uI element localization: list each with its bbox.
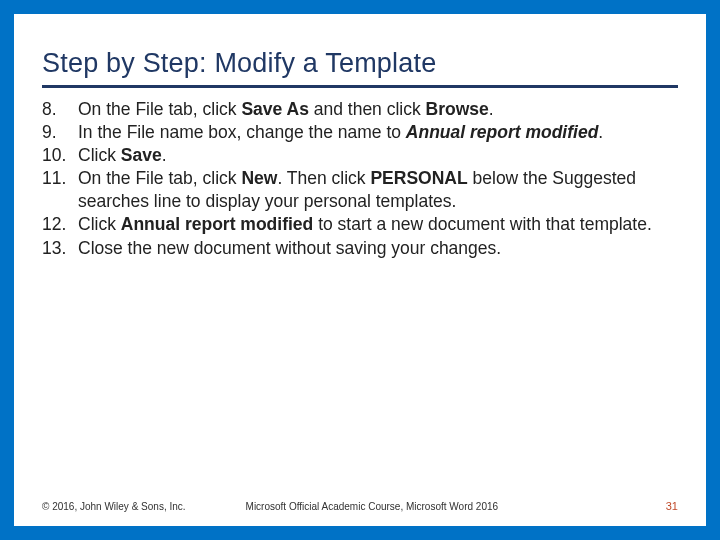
step-text-run: . — [162, 145, 167, 165]
slide-content: Step by Step: Modify a Template 8.On the… — [14, 14, 706, 260]
step-text-run: Close the new document without saving yo… — [78, 238, 501, 258]
footer-page-number: 31 — [666, 500, 678, 512]
step-text-run: Browse — [426, 99, 489, 119]
step-number: 12. — [42, 213, 70, 236]
footer: © 2016, John Wiley & Sons, Inc. Microsof… — [14, 500, 706, 512]
step-text: Close the new document without saving yo… — [78, 238, 501, 258]
step-number: 9. — [42, 121, 70, 144]
step-item: 11.On the File tab, click New. Then clic… — [42, 167, 678, 213]
step-text-run: and then click — [309, 99, 426, 119]
step-item: 9.In the File name box, change the name … — [42, 121, 678, 144]
step-text-run: Click — [78, 145, 121, 165]
footer-course: Microsoft Official Academic Course, Micr… — [246, 501, 666, 512]
step-text-run: to start a new document with that templa… — [313, 214, 652, 234]
step-text-run: PERSONAL — [370, 168, 467, 188]
step-text-run: Save As — [241, 99, 308, 119]
footer-copyright: © 2016, John Wiley & Sons, Inc. — [42, 501, 186, 512]
step-text-run: Click — [78, 214, 121, 234]
step-text: On the File tab, click Save As and then … — [78, 99, 494, 119]
step-text-run: . Then click — [277, 168, 370, 188]
step-text: Click Save. — [78, 145, 167, 165]
step-number: 11. — [42, 167, 70, 190]
step-text-run: . — [489, 99, 494, 119]
step-text-run: On the File tab, click — [78, 99, 241, 119]
step-number: 13. — [42, 237, 70, 260]
step-number: 10. — [42, 144, 70, 167]
step-text-run: Annual report modified — [406, 122, 599, 142]
step-item: 12.Click Annual report modified to start… — [42, 213, 678, 236]
step-text-run: Annual report modified — [121, 214, 314, 234]
slide: Step by Step: Modify a Template 8.On the… — [14, 14, 706, 526]
step-list: 8.On the File tab, click Save As and the… — [42, 98, 678, 260]
step-text-run: Save — [121, 145, 162, 165]
slide-title: Step by Step: Modify a Template — [42, 48, 678, 88]
step-text: On the File tab, click New. Then click P… — [78, 168, 636, 211]
step-text-run: . — [598, 122, 603, 142]
step-text: Click Annual report modified to start a … — [78, 214, 652, 234]
step-text: In the File name box, change the name to… — [78, 122, 603, 142]
step-text-run: In the File name box, change the name to — [78, 122, 406, 142]
step-item: 13.Close the new document without saving… — [42, 237, 678, 260]
step-text-run: On the File tab, click — [78, 168, 241, 188]
step-item: 10.Click Save. — [42, 144, 678, 167]
step-number: 8. — [42, 98, 70, 121]
step-text-run: New — [241, 168, 277, 188]
step-item: 8.On the File tab, click Save As and the… — [42, 98, 678, 121]
